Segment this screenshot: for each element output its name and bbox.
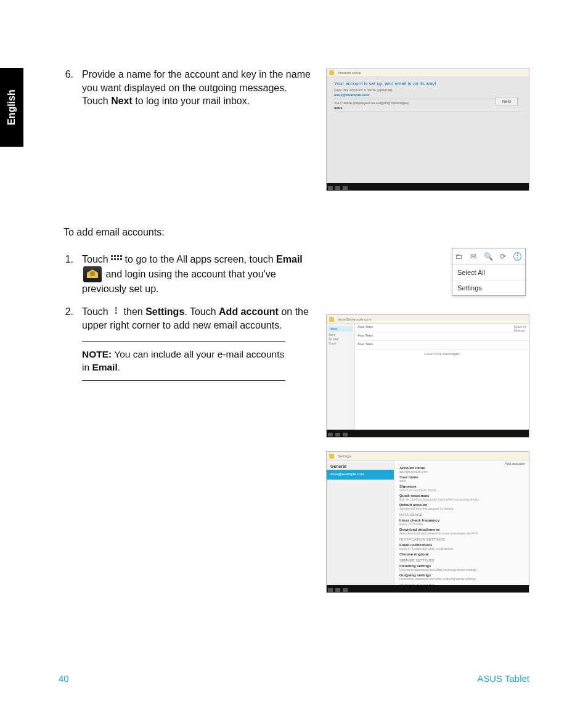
account-selected[interactable]: asus@example.com <box>327 470 394 480</box>
refresh-icon[interactable]: ⟳ <box>500 252 506 261</box>
overflow-icon[interactable]: ⋮ <box>513 252 521 261</box>
svg-rect-2 <box>117 255 119 257</box>
overflow-menu-icon <box>112 306 120 316</box>
next-button[interactable]: Next <box>496 97 518 105</box>
step1-number: 1. <box>59 253 73 295</box>
menu-settings[interactable]: Settings <box>452 280 525 295</box>
intro-text: To add email accounts: <box>63 227 529 238</box>
folder-icon[interactable]: 🗀 <box>455 252 463 261</box>
svg-rect-1 <box>114 255 116 257</box>
svg-rect-5 <box>114 258 116 260</box>
menu-select-all[interactable]: Select All <box>452 264 525 280</box>
svg-rect-0 <box>111 255 113 257</box>
compose-icon[interactable]: ✉ <box>470 252 476 261</box>
step2-number: 2. <box>59 305 73 332</box>
screenshot-inbox: asus@example.com Inbox Sent All Mail Tra… <box>326 314 529 438</box>
search-icon[interactable]: 🔍 <box>484 252 492 261</box>
footer-title: ASUS Tablet <box>477 673 529 684</box>
page-number: 40 <box>59 673 69 684</box>
step6-text: Provide a name for the account and key i… <box>82 68 311 108</box>
step6-number: 6. <box>59 68 73 108</box>
step2-text: Touch then Settings. Touch Add account o… <box>82 305 311 332</box>
step1-text: Touch to go to the All apps screen, touc… <box>82 253 311 295</box>
svg-rect-4 <box>111 258 113 260</box>
svg-rect-6 <box>117 258 119 260</box>
screenshot-account-setup: Account setup Your account is set up, an… <box>326 68 529 191</box>
all-apps-icon <box>111 255 122 263</box>
screenshot-settings: Settings Add account General asus@exampl… <box>326 451 529 593</box>
menu-popup: 🗀 ✉ 🔍 ⟳ ⋮ Select All Settings <box>452 248 526 296</box>
language-tab: English <box>0 68 23 147</box>
note-box: NOTE: You can include all your e-mail ac… <box>82 342 285 381</box>
email-app-icon <box>83 266 102 282</box>
